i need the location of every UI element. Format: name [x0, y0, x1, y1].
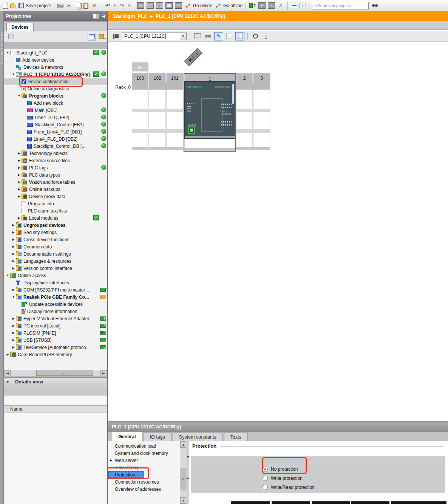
overview-columns-icon[interactable] — [235, 32, 244, 40]
nav-item-time-of-day[interactable]: Time of day — [108, 464, 180, 471]
accessible-devices-button[interactable] — [248, 1, 257, 11]
dropdown-caret-icon[interactable]: ▼ — [128, 4, 131, 7]
slot-cell[interactable] — [253, 147, 270, 150]
configure-view-icon[interactable] — [7, 33, 15, 40]
scrollbar-thumb[interactable]: |||| — [36, 371, 93, 376]
new-project-button[interactable] — [2, 1, 9, 11]
save-view-icon[interactable] — [261, 32, 270, 40]
tree-item-device-configuration[interactable]: Device configuration — [4, 78, 107, 85]
chevron-down-icon[interactable]: ▼ — [4, 380, 12, 384]
tree-item-plc-tags[interactable]: ▶PLC tags — [4, 164, 107, 171]
search-project-button[interactable] — [370, 1, 380, 11]
device-name-tag[interactable]: PLC_1 — [184, 48, 202, 66]
expander-closed-icon[interactable]: ▶ — [17, 195, 22, 198]
tree-item-cross-device-functions[interactable]: ▶Cross-device functions — [4, 236, 107, 243]
expander-closed-icon[interactable]: ▶ — [11, 223, 16, 227]
expander-open-icon[interactable]: ▼ — [11, 295, 16, 299]
tree-item-external-source-files[interactable]: ▶External source files — [4, 157, 107, 164]
slot-cell[interactable] — [236, 147, 253, 150]
tree-item-display-hide-interfaces[interactable]: Display/hide interfaces — [4, 279, 107, 286]
slot-cell[interactable] — [149, 147, 166, 150]
go-online-button[interactable]: Go online — [183, 1, 213, 11]
rack-expand-button[interactable] — [132, 62, 148, 71]
side-strip[interactable]: Devices & networks — [0, 11, 4, 504]
slot-cell[interactable] — [166, 109, 183, 112]
tree-item-add-new-block[interactable]: Add new block — [4, 99, 107, 107]
chevron-down-icon[interactable]: ▼ — [180, 33, 186, 40]
sync-view-icon[interactable] — [97, 33, 105, 40]
scroll-down-icon[interactable]: ▼ — [180, 497, 187, 504]
compile-button[interactable] — [136, 1, 145, 11]
split-vertical-button[interactable] — [298, 1, 307, 11]
slot-cell[interactable] — [149, 129, 166, 133]
tree-item-languages-resources[interactable]: ▶Languages & resources — [4, 257, 107, 265]
radio-unselected-icon[interactable] — [263, 485, 268, 490]
nav-item-connection-resources[interactable]: Connection resources — [108, 478, 180, 485]
collapse-panel-icon[interactable]: ◀ — [102, 14, 105, 18]
radio-write-read-protection[interactable]: Write/Read protection — [263, 483, 445, 492]
slot-cell[interactable] — [132, 90, 148, 109]
rack-slot-101[interactable]: 101 — [166, 73, 184, 152]
expander-closed-icon[interactable]: ▶ — [11, 238, 16, 241]
cut-button[interactable] — [65, 1, 74, 11]
slot-cell[interactable] — [149, 112, 166, 129]
tab-general[interactable]: General — [112, 432, 142, 441]
expander-closed-icon[interactable]: ▶ — [11, 317, 16, 320]
slot-cell[interactable] — [253, 90, 270, 109]
tree-item-com-rs232-ppi-multi-master-c[interactable]: ▶COM [RS232/PPI multi-master c... — [4, 286, 107, 293]
slot-cell[interactable] — [132, 109, 148, 112]
slot-cell[interactable] — [166, 90, 183, 109]
expander-open-icon[interactable]: ▼ — [5, 274, 10, 277]
redo-button[interactable]: ▼ — [117, 1, 132, 11]
slot-cell[interactable] — [149, 90, 166, 109]
slot-cell[interactable] — [236, 90, 253, 109]
tree-item-device-proxy-data[interactable]: ▶Device proxy data — [4, 193, 107, 200]
stop-runtime-button[interactable] — [267, 1, 276, 11]
tree-item-stacklight-control-fb1[interactable]: Stacklight_Control [FB1] — [4, 121, 107, 128]
tree-item-plcsim-pn-ie[interactable]: ▶PLCSIM [PN/IE] — [4, 329, 107, 337]
slot-cell[interactable] — [253, 83, 270, 90]
slot-cell[interactable] — [132, 112, 148, 129]
tree-item-online-access[interactable]: ▼Online access — [4, 272, 107, 279]
expander-closed-icon[interactable]: ▶ — [11, 346, 16, 349]
radio-selected-icon[interactable] — [263, 467, 268, 472]
tree-item-hyper-v-virtual-ethernet-adapter[interactable]: ▶Hyper-V Virtual Ethernet Adapter — [4, 315, 107, 322]
expander-closed-icon[interactable]: ▶ — [11, 324, 16, 327]
tab-io-tags[interactable]: IO tags — [144, 433, 171, 441]
paste-button[interactable] — [82, 1, 90, 11]
go-offline-button[interactable]: Go offline — [213, 1, 244, 11]
undo-button[interactable]: ▼ — [103, 1, 117, 11]
tree-item-online-backups[interactable]: ▶Online backups — [4, 186, 107, 193]
save-project-button[interactable]: Save project — [17, 1, 52, 11]
breadcrumb-project[interactable]: Stacklight_PLC — [113, 14, 147, 19]
slot-cell[interactable] — [236, 112, 253, 129]
slot-cell[interactable] — [166, 147, 183, 150]
expander-closed-icon[interactable]: ▶ — [11, 245, 16, 248]
tree-item-documentation-settings[interactable]: ▶Documentation settings — [4, 250, 107, 257]
expander-closed-icon[interactable]: ▶ — [17, 166, 22, 169]
tree-item-common-data[interactable]: ▶Common data — [4, 243, 107, 250]
profinet-port-icon[interactable] — [188, 126, 195, 134]
slot-cell[interactable] — [166, 112, 183, 129]
tree-item-pc-internal-local[interactable]: ▶PC internal [Local] — [4, 322, 107, 329]
expander-closed-icon[interactable]: ▶ — [11, 231, 16, 234]
rack-slot-102[interactable]: 102 — [149, 73, 166, 152]
topology-icon[interactable] — [111, 32, 120, 40]
tree-item-program-blocks[interactable]: ▼Program blocks — [4, 92, 107, 99]
start-cpu-button[interactable] — [164, 1, 174, 11]
expander-closed-icon[interactable]: ▶ — [11, 288, 16, 292]
nav-item-communication-load[interactable]: Communication load — [108, 442, 180, 450]
expander-closed-icon[interactable]: ▶ — [110, 459, 112, 462]
zoom-icon[interactable] — [251, 32, 260, 40]
radio-no-protection[interactable]: No protection — [263, 465, 445, 474]
slot-cell[interactable] — [236, 109, 253, 112]
rack-slot-3[interactable]: 3 — [253, 73, 270, 152]
slot-cell[interactable] — [253, 109, 270, 112]
tree-item-plc-data-types[interactable]: ▶PLC data types — [4, 171, 107, 178]
scroll-up-icon[interactable]: ▲ — [180, 441, 187, 448]
slot-cell[interactable] — [253, 112, 270, 129]
device-selector[interactable]: PLC_1 [CPU 1212C] ▼ — [122, 33, 187, 40]
radio-unselected-icon[interactable] — [263, 476, 268, 481]
open-project-button[interactable] — [9, 1, 17, 11]
slot-cell[interactable] — [166, 129, 183, 133]
